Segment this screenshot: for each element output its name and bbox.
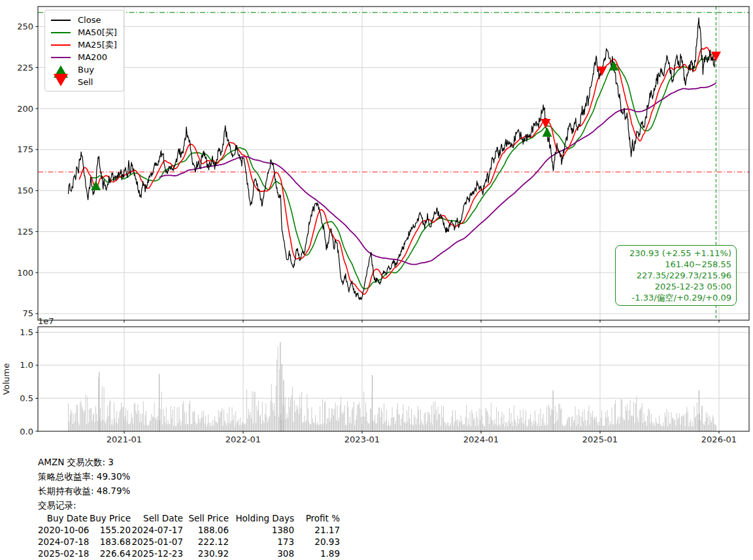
trade-cell: 20.93	[294, 536, 340, 548]
date-tick-label: 2023-01	[344, 435, 380, 444]
legend-item-ma200: MA200	[50, 51, 117, 63]
buy-triangle-icon	[50, 65, 71, 74]
annotation-line: 230.93 (+2.55 +1.11%)	[620, 248, 731, 259]
trade-cell: 230.92	[183, 548, 229, 559]
legend-label: Buy	[78, 65, 94, 74]
annotation-line: -1.33/偏空/+0.29/+0.09	[620, 292, 731, 303]
date-tick-label: 2022-01	[226, 435, 261, 444]
trade-cell: 2025-12-23	[131, 548, 183, 559]
stats-line: 长期持有收益: 48.79%	[38, 484, 340, 498]
stats-line: 交易记录:	[38, 498, 340, 512]
legend-line-swatch	[50, 44, 71, 46]
volume-tick-label: 1.0	[20, 360, 33, 370]
trade-cell: 173	[229, 536, 294, 548]
legend-line-swatch	[50, 32, 71, 33]
legend-label: MA50[买]	[78, 27, 117, 39]
legend-line-swatch	[50, 20, 71, 21]
legend-line-swatch	[50, 57, 71, 58]
trade-cell: 2024-07-17	[131, 524, 183, 536]
legend-item-ma50-: MA50[买]	[50, 26, 117, 39]
trade-col-header: Profit %	[294, 512, 340, 524]
date-tick-label: 2021-01	[107, 435, 142, 444]
strategy-stats: AMZN 交易次数: 3策略总收益率: 49.30%长期持有收益: 48.79%…	[38, 455, 340, 559]
legend-item-sell: Sell	[50, 76, 117, 88]
trade-cell: 2025-01-07	[131, 536, 183, 548]
trade-cell: 308	[229, 548, 294, 559]
stats-lines: AMZN 交易次数: 3策略总收益率: 49.30%长期持有收益: 48.79%…	[38, 455, 340, 512]
trade-cell: 188.06	[183, 524, 229, 536]
trade-cell: 21.17	[294, 524, 340, 536]
price-tick-label: 225	[17, 63, 33, 73]
trade-col-header: Holding Days	[229, 512, 294, 524]
date-tick-label: 2026-01	[701, 435, 737, 444]
legend-label: Close	[78, 15, 101, 25]
trade-records-table: Buy DateBuy PriceSell DateSell PriceHold…	[38, 512, 340, 559]
trade-col-header: Sell Date	[131, 512, 183, 524]
legend: CloseMA50[买]MA25[卖]MA200BuySell	[44, 10, 124, 91]
price-tick-label: 100	[17, 268, 33, 278]
volume-offset-text: 1e7	[38, 316, 54, 326]
annotation-line: 227.35/229.73/215.96	[620, 270, 731, 281]
trade-cell: 2020-10-06	[38, 524, 88, 536]
trade-cell: 183.68	[88, 536, 131, 548]
volume-tick-label: 0.0	[20, 427, 33, 436]
trade-cell: 2024-07-18	[38, 536, 88, 548]
trade-cell: 2025-02-18	[38, 548, 88, 559]
legend-item-close: Close	[50, 14, 117, 26]
legend-label: MA200	[78, 52, 107, 62]
quote-annotation-box: 230.93 (+2.55 +1.11%)161.40~258.55227.35…	[615, 245, 737, 306]
price-tick-label: 75	[22, 308, 33, 318]
trade-cell: 1380	[229, 524, 294, 536]
trade-cell: 155.20	[88, 524, 131, 536]
trade-cell: 1.89	[294, 548, 340, 559]
gridlines	[38, 7, 749, 431]
trade-markers	[91, 52, 721, 190]
trade-col-header: Sell Price	[183, 512, 229, 524]
legend-label: Sell	[78, 77, 93, 87]
annotation-line: 2025-12-23 05:00	[620, 281, 731, 292]
price-tick-label: 125	[17, 227, 33, 237]
date-tick-label: 2025-01	[582, 435, 618, 444]
volume-tick-label: 1.5	[20, 327, 33, 337]
volume-axis-label: Volume	[1, 363, 11, 395]
price-tick-label: 150	[17, 186, 33, 195]
legend-label: MA25[卖]	[78, 39, 117, 51]
price-tick-label: 250	[17, 22, 33, 31]
price-tick-label: 200	[17, 104, 33, 114]
stats-line: AMZN 交易次数: 3	[38, 455, 340, 469]
price-tick-label: 175	[17, 144, 33, 154]
sell-triangle-icon	[50, 78, 71, 86]
trade-cell: 226.64	[88, 548, 131, 559]
volume-tick-label: 0.5	[20, 393, 33, 403]
trade-cell: 222.12	[183, 536, 229, 548]
volume-bars	[68, 342, 716, 431]
annotation-line: 161.40~258.55	[620, 259, 731, 270]
figure: 751001251501752002252500.00.51.01.52021-…	[0, 0, 753, 560]
trade-col-header: Buy Date	[38, 512, 88, 524]
legend-item-ma25-: MA25[卖]	[50, 39, 117, 51]
date-tick-label: 2024-01	[463, 435, 499, 444]
stats-line: 策略总收益率: 49.30%	[38, 469, 340, 484]
trade-col-header: Buy Price	[88, 512, 131, 524]
